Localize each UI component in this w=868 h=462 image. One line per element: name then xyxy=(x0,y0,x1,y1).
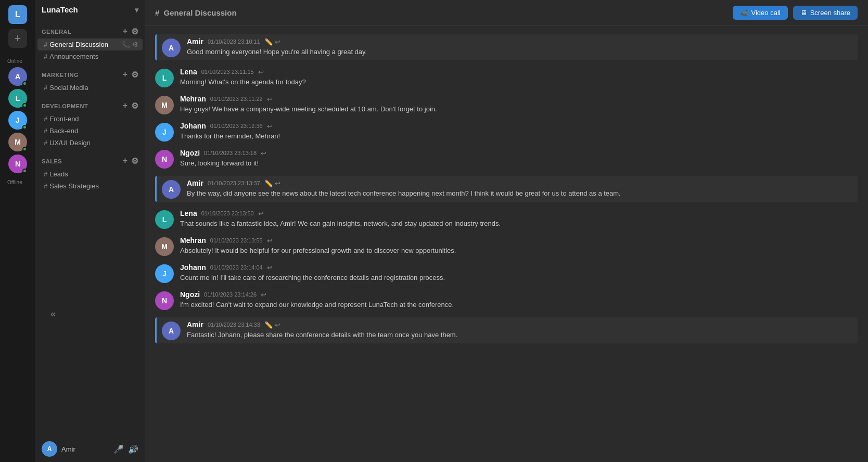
reply-icon[interactable]: ↩ xyxy=(258,210,264,217)
channel-call-icon[interactable]: 📞 xyxy=(122,182,130,190)
channel-item-name: UX/UI Design xyxy=(49,139,122,147)
message-group: A Amir 01/10/2023 23:14:33 ✏️↩ Fantastic… xyxy=(155,317,858,343)
user-rail-item-ngozi[interactable]: N xyxy=(8,155,27,173)
section-settings-1[interactable]: ⚙ xyxy=(131,70,139,80)
message-icons: ✏️↩ xyxy=(264,179,280,187)
message-group: J Johann 01/10/2023 23:14:04 ↩ Count me … xyxy=(155,263,858,283)
reply-icon[interactable]: ↩ xyxy=(267,237,273,245)
channel-item-back-end[interactable]: # Back-end 📞 ⚙ xyxy=(37,125,143,137)
channel-settings-icon[interactable]: ⚙ xyxy=(132,53,138,60)
video-call-button[interactable]: 📹 Video call xyxy=(733,6,788,20)
message-icons: ↩ xyxy=(261,149,266,157)
channel-settings-icon[interactable]: ⚙ xyxy=(132,170,138,178)
message-group: L Lena 01/10/2023 23:11:15 ↩ Morning! Wh… xyxy=(155,68,858,87)
channel-call-icon[interactable]: 📞 xyxy=(122,41,130,48)
reply-icon[interactable]: ↩ xyxy=(275,179,280,187)
user-rail-item-johann[interactable]: J xyxy=(8,111,27,130)
reply-icon[interactable]: ↩ xyxy=(267,122,273,130)
section-header-marketing: MARKETING + ⚙ xyxy=(35,62,145,82)
channel-settings-icon[interactable]: ⚙ xyxy=(132,115,138,123)
message-header: Amir 01/10/2023 23:13:37 ✏️↩ xyxy=(187,179,852,187)
channel-settings-icon[interactable]: ⚙ xyxy=(132,182,138,190)
edit-icon[interactable]: ✏️ xyxy=(264,321,273,329)
message-content: Amir 01/10/2023 23:13:37 ✏️↩ By the way,… xyxy=(187,179,852,199)
channel-item-social-media[interactable]: # Social Media 📞 ⚙ xyxy=(37,82,143,94)
reply-icon[interactable]: ↩ xyxy=(258,68,264,76)
edit-icon[interactable]: ✏️ xyxy=(264,38,273,46)
edit-icon[interactable]: ✏️ xyxy=(264,179,273,187)
message-text: Good morning everyone! Hope you're all h… xyxy=(187,47,852,57)
channel-call-icon[interactable]: 📞 xyxy=(122,170,130,178)
user-rail-item-lena[interactable]: L xyxy=(8,89,27,108)
mute-icon[interactable]: 🎤 xyxy=(113,444,124,454)
section-add-3[interactable]: + xyxy=(123,156,128,166)
hash-icon: # xyxy=(44,84,47,92)
channel-item-name: Front-end xyxy=(49,115,122,123)
workspace-chevron: ▾ xyxy=(135,6,138,14)
message-username: Mehran xyxy=(180,236,206,245)
message-username: Amir xyxy=(187,37,203,46)
channel-call-icon[interactable]: 📞 xyxy=(122,115,130,123)
message-icons: ↩ xyxy=(261,291,266,299)
message-header: Mehran 01/10/2023 23:11:22 ↩ xyxy=(180,95,858,103)
video-icon: 📹 xyxy=(740,9,748,17)
message-avatar: A xyxy=(162,38,181,57)
reply-icon[interactable]: ↩ xyxy=(267,95,273,103)
channel-call-icon[interactable]: 📞 xyxy=(122,127,130,135)
message-text: Thanks for the reminder, Mehran! xyxy=(180,131,858,142)
message-time: 01/10/2023 23:11:22 xyxy=(210,96,263,102)
channel-item-general-discussion[interactable]: # General Discussion 📞 ⚙ xyxy=(37,38,143,50)
deafen-icon[interactable]: 🔊 xyxy=(128,444,138,454)
channel-item-name: Back-end xyxy=(49,127,122,135)
channel-item-announcements[interactable]: # Announcements 📞 ⚙ xyxy=(37,50,143,62)
section-header-development: DEVELOPMENT + ⚙ xyxy=(35,94,145,113)
channel-call-icon[interactable]: 📞 xyxy=(122,84,130,92)
screen-share-button[interactable]: 🖥 Screen share xyxy=(793,6,858,20)
channel-item-ux-ui-design[interactable]: # UX/UI Design 📞 ⚙ xyxy=(37,137,143,149)
workspace-name: LunaTech xyxy=(42,5,78,14)
user-rail-item-mehran[interactable]: M xyxy=(8,133,27,151)
section-add-2[interactable]: + xyxy=(123,101,128,111)
channel-call-icon[interactable]: 📞 xyxy=(122,139,130,147)
message-avatar: L xyxy=(155,210,174,229)
channel-settings-icon[interactable]: ⚙ xyxy=(132,41,138,48)
channel-settings-icon[interactable]: ⚙ xyxy=(132,127,138,135)
add-workspace-button[interactable]: + xyxy=(8,29,27,48)
message-avatar: J xyxy=(155,123,174,142)
reply-icon[interactable]: ↩ xyxy=(261,149,266,157)
message-header: Amir 01/10/2023 23:10:11 ✏️↩ xyxy=(187,37,852,46)
channel-call-icon[interactable]: 📞 xyxy=(122,53,130,60)
section-actions-0: + ⚙ xyxy=(123,27,138,36)
channel-settings-icon[interactable]: ⚙ xyxy=(132,139,138,147)
channel-item-sales-strategies[interactable]: # Sales Strategies 📞 ⚙ xyxy=(37,180,143,192)
channel-item-name: Sales Strategies xyxy=(49,182,122,190)
reply-icon[interactable]: ↩ xyxy=(275,38,280,46)
section-add-0[interactable]: + xyxy=(123,27,128,36)
message-group: M Mehran 01/10/2023 23:13:55 ↩ Absolutel… xyxy=(155,236,858,256)
sidebar-footer: A Amir 🎤 🔊 xyxy=(35,436,145,462)
message-group: N Ngozi 01/10/2023 23:13:18 ↩ Sure, look… xyxy=(155,149,858,169)
section-add-1[interactable]: + xyxy=(123,70,128,80)
channel-item-front-end[interactable]: # Front-end 📞 ⚙ xyxy=(37,113,143,125)
channel-item-leads[interactable]: # Leads 📞 ⚙ xyxy=(37,168,143,180)
user-rail-item-amir[interactable]: A xyxy=(8,67,27,86)
message-time: 01/10/2023 23:14:26 xyxy=(204,291,257,298)
section-settings-2[interactable]: ⚙ xyxy=(131,101,139,111)
reply-icon[interactable]: ↩ xyxy=(261,291,266,299)
channel-settings-icon[interactable]: ⚙ xyxy=(132,84,138,92)
message-avatar: M xyxy=(155,96,174,114)
hash-icon: # xyxy=(44,41,47,48)
message-text: Fantastic! Johann, please share the conf… xyxy=(187,330,852,340)
workspace-header[interactable]: LunaTech ▾ xyxy=(35,0,145,19)
channel-item-name: Social Media xyxy=(49,84,122,92)
reply-icon[interactable]: ↩ xyxy=(275,321,280,329)
message-text: That sounds like a fantastic idea, Amir!… xyxy=(180,219,858,229)
message-text: I'm excited! Can't wait to expand our kn… xyxy=(180,300,858,310)
reply-icon[interactable]: ↩ xyxy=(267,264,273,272)
section-settings-0[interactable]: ⚙ xyxy=(131,27,139,36)
hash-icon: # xyxy=(44,53,47,60)
collapse-sidebar-button[interactable]: « xyxy=(35,303,71,325)
workspace-avatar[interactable]: L xyxy=(8,5,27,24)
section-settings-3[interactable]: ⚙ xyxy=(131,156,139,166)
message-content: Ngozi 01/10/2023 23:13:18 ↩ Sure, lookin… xyxy=(180,149,858,169)
